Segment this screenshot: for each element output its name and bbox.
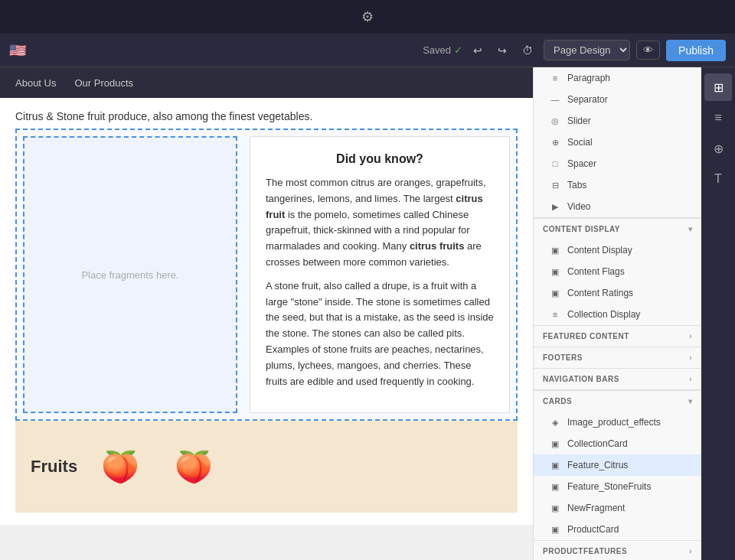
- productfeatures-header[interactable]: ProductFeatures ›: [534, 540, 701, 560]
- featured-content-header[interactable]: Featured Content ›: [534, 325, 701, 347]
- panel-item-spacer[interactable]: □ Spacer: [534, 153, 701, 174]
- history-button[interactable]: ⏱: [518, 41, 537, 60]
- fruits-section: Fruits 🍑 🍑: [15, 421, 518, 513]
- panel-item-content-ratings[interactable]: ▣ Content Ratings: [534, 282, 701, 304]
- panel-item-slider[interactable]: ◎ Slider: [534, 110, 701, 132]
- feature-citrus-icon: ▣: [549, 459, 561, 471]
- panel-item-image-product-effects[interactable]: ◈ Image_product_effects: [534, 412, 701, 433]
- toolbar: 🇺🇸 Saved ✓ ↩ ↪ ⏱ Page Design 👁 Publish: [0, 34, 735, 67]
- did-you-know-para-2: A stone fruit, also called a drupe, is a…: [266, 278, 494, 390]
- cards-header[interactable]: Cards ▾: [534, 390, 701, 412]
- new-fragment-icon: ▣: [549, 502, 561, 514]
- panel-item-product-card[interactable]: ▣ ProductCard: [534, 519, 701, 540]
- navigation-bars-header[interactable]: Navigation Bars ›: [534, 368, 701, 389]
- separator-icon: —: [549, 93, 561, 106]
- panel-item-separator[interactable]: — Separator: [534, 89, 701, 110]
- top-bar: ⚙: [0, 0, 735, 34]
- cards-section: Cards ▾ ◈ Image_product_effects ▣ Collec…: [534, 389, 701, 540]
- cards-items: ◈ Image_product_effects ▣ CollectionCard…: [534, 412, 701, 540]
- fruit-image-1: 🍑: [90, 436, 151, 497]
- right-sidebar: ≡ Paragraph — Separator ◎ Slider ⊕ Socia…: [533, 67, 735, 560]
- panel: ≡ Paragraph — Separator ◎ Slider ⊕ Socia…: [533, 67, 701, 560]
- check-icon: ✓: [454, 44, 462, 56]
- collection-display-icon: ≡: [549, 308, 561, 321]
- did-you-know-title: Did you know?: [266, 152, 494, 166]
- undo-button[interactable]: ↩: [469, 41, 487, 60]
- fruits-title: Fruits: [31, 457, 77, 477]
- content-display-section: Content Display ▾ ▣ Content Display ▣ Co…: [534, 217, 701, 325]
- tabs-icon: ⊟: [549, 179, 561, 191]
- content-display-chevron: ▾: [688, 225, 693, 233]
- collection-card-icon: ▣: [549, 438, 561, 450]
- page-nav: About Us Our Products: [0, 67, 533, 98]
- nav-item-products[interactable]: Our Products: [74, 77, 133, 89]
- panel-item-feature-stonefruits[interactable]: ▣ Feature_StoneFruits: [534, 476, 701, 497]
- nav-item-about[interactable]: About Us: [15, 77, 56, 89]
- content-flags-icon: ▣: [549, 265, 561, 278]
- navigation-bars-chevron: ›: [689, 375, 692, 383]
- gear-icon[interactable]: ⚙: [361, 8, 374, 25]
- list-icon-btn[interactable]: ≡: [704, 104, 732, 132]
- page-content: Citrus & Stone fruit produce, also among…: [0, 98, 533, 525]
- grid-icon-btn[interactable]: ⊞: [704, 73, 732, 101]
- publish-button[interactable]: Publish: [666, 40, 726, 61]
- content-display-header[interactable]: Content Display ▾: [534, 218, 701, 239]
- flag-icon: 🇺🇸: [9, 42, 26, 59]
- paragraph-icon: ≡: [549, 72, 561, 84]
- panel-item-video[interactable]: ▶ Video: [534, 196, 701, 217]
- fruit-image-2: 🍑: [163, 436, 224, 497]
- panel-item-new-fragment[interactable]: ▣ NewFragment: [534, 497, 701, 519]
- fragment-placeholder[interactable]: Place fragments here.: [23, 136, 237, 413]
- panel-item-content-display[interactable]: ▣ Content Display: [534, 239, 701, 261]
- featured-content-chevron: ›: [689, 332, 692, 340]
- image-product-icon: ◈: [549, 416, 561, 428]
- selection-area[interactable]: Place fragments here. Did you know? The …: [15, 129, 518, 421]
- panel-item-feature-citrus[interactable]: ▣ Feature_Citrus: [534, 454, 701, 476]
- preview-button[interactable]: 👁: [636, 41, 660, 60]
- page-design-select[interactable]: Page Design: [544, 40, 630, 60]
- feature-stonefruits-icon: ▣: [549, 480, 561, 493]
- content-display-items: ▣ Content Display ▣ Content Flags ▣ Cont…: [534, 239, 701, 325]
- panel-item-social[interactable]: ⊕ Social: [534, 132, 701, 153]
- panel-item-collection-display[interactable]: ≡ Collection Display: [534, 304, 701, 325]
- product-card-icon: ▣: [549, 523, 561, 536]
- panel-items-list: ≡ Paragraph — Separator ◎ Slider ⊕ Socia…: [534, 67, 701, 217]
- social-icon: ⊕: [549, 136, 561, 148]
- tagline: Citrus & Stone fruit produce, also among…: [15, 110, 518, 122]
- redo-button[interactable]: ↪: [493, 41, 511, 60]
- panel-item-content-flags[interactable]: ▣ Content Flags: [534, 261, 701, 282]
- panel-item-tabs[interactable]: ⊟ Tabs: [534, 174, 701, 196]
- content-ratings-icon: ▣: [549, 287, 561, 299]
- text-icon-btn[interactable]: T: [704, 165, 732, 193]
- canvas: About Us Our Products Citrus & Stone fru…: [0, 67, 533, 560]
- video-icon: ▶: [549, 200, 561, 213]
- spacer-icon: □: [549, 158, 561, 170]
- productfeatures-chevron: ›: [689, 547, 692, 555]
- did-you-know-para-1: The most common citrus are oranges, grap…: [266, 175, 494, 271]
- add-icon-btn[interactable]: ⊕: [704, 135, 732, 162]
- icons-strip: ⊞ ≡ ⊕ T: [701, 67, 735, 560]
- main-layout: About Us Our Products Citrus & Stone fru…: [0, 67, 735, 560]
- panel-item-collection-card[interactable]: ▣ CollectionCard: [534, 433, 701, 454]
- content-display-icon: ▣: [549, 244, 561, 256]
- panel-item-paragraph[interactable]: ≡ Paragraph: [534, 67, 701, 89]
- did-you-know-box: Did you know? The most common citrus are…: [250, 136, 510, 413]
- footers-chevron: ›: [689, 353, 692, 362]
- cards-chevron: ▾: [688, 397, 693, 405]
- saved-status: Saved ✓: [423, 44, 462, 56]
- footers-header[interactable]: Footers ›: [534, 347, 701, 368]
- slider-icon: ◎: [549, 115, 561, 127]
